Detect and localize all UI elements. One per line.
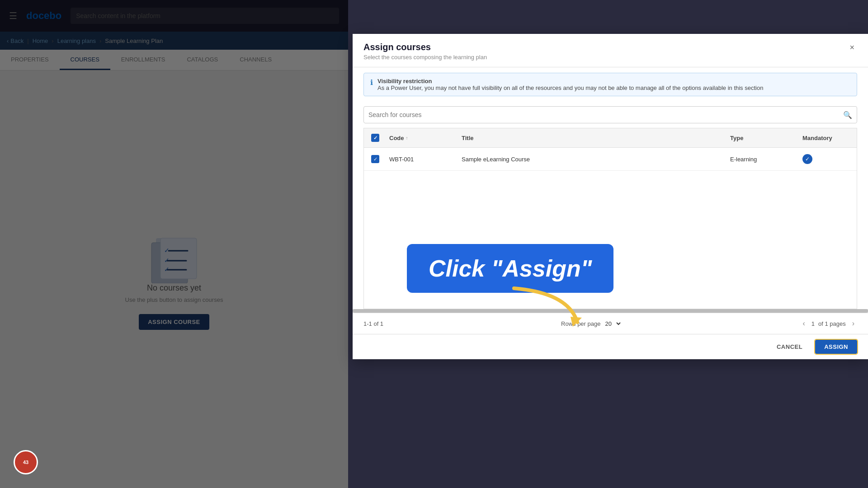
table-header: ✓ Code ↑ Title Type Mandatory [363, 128, 857, 147]
modal-title: Assign courses [363, 42, 487, 52]
modal-actions: CANCEL ASSIGN [353, 334, 868, 359]
search-icon: 🔍 [843, 111, 852, 119]
pagination-controls: ‹ 1 of 1 pages › [800, 319, 857, 328]
th-title: Title [458, 128, 726, 147]
modal-header: Assign courses Select the courses compos… [353, 34, 868, 67]
assign-courses-modal: Assign courses Select the courses compos… [353, 34, 868, 359]
assign-button[interactable]: ASSIGN [815, 340, 857, 354]
info-icon: ℹ [370, 78, 373, 87]
prev-page-button[interactable]: ‹ [800, 319, 807, 328]
sort-icon: ↑ [406, 136, 408, 141]
notification-badge[interactable]: 43 [14, 450, 38, 474]
visibility-title: Visibility restriction [377, 78, 432, 84]
cancel-button[interactable]: CANCEL [769, 340, 810, 354]
th-type: Type [726, 128, 799, 147]
modal-subtitle: Select the courses composing the learnin… [363, 54, 487, 61]
course-search-input[interactable] [368, 111, 840, 118]
next-page-button[interactable]: › [849, 319, 857, 328]
visibility-warning: ℹ Visibility restriction As a Power User… [363, 73, 857, 96]
row-title: Sample eLearning Course [458, 148, 726, 170]
th-code[interactable]: Code ↑ [386, 128, 458, 147]
rows-per-page: Rows per page 20 50 100 [561, 320, 622, 328]
horizontal-scrollbar[interactable] [353, 309, 868, 313]
pagination-info: 1-1 of 1 [363, 320, 383, 327]
modal-footer: 1-1 of 1 Rows per page 20 50 100 ‹ 1 of … [353, 313, 868, 334]
total-pages: of 1 pages [818, 320, 846, 327]
visibility-message: As a Power User, you may not have full v… [377, 84, 763, 91]
select-all-checkbox[interactable]: ✓ [371, 134, 379, 142]
current-page: 1 [811, 320, 815, 327]
background-overlay [0, 0, 348, 488]
row-type: E-learning [726, 148, 799, 170]
rows-per-page-select[interactable]: 20 50 100 [603, 320, 622, 328]
row-code: WBT-001 [386, 148, 458, 170]
course-search-bar[interactable]: 🔍 [363, 106, 857, 123]
courses-table: ✓ Code ↑ Title Type Mandatory ✓ WBT-001 [363, 128, 857, 309]
th-checkbox: ✓ [368, 128, 386, 147]
row-checkbox[interactable]: ✓ [368, 148, 386, 170]
modal-close-button[interactable]: × [847, 42, 857, 53]
table-body: ✓ WBT-001 Sample eLearning Course E-lear… [363, 147, 857, 309]
th-mandatory: Mandatory [799, 128, 853, 147]
row-mandatory: ✓ [799, 148, 853, 170]
table-row[interactable]: ✓ WBT-001 Sample eLearning Course E-lear… [364, 148, 857, 171]
